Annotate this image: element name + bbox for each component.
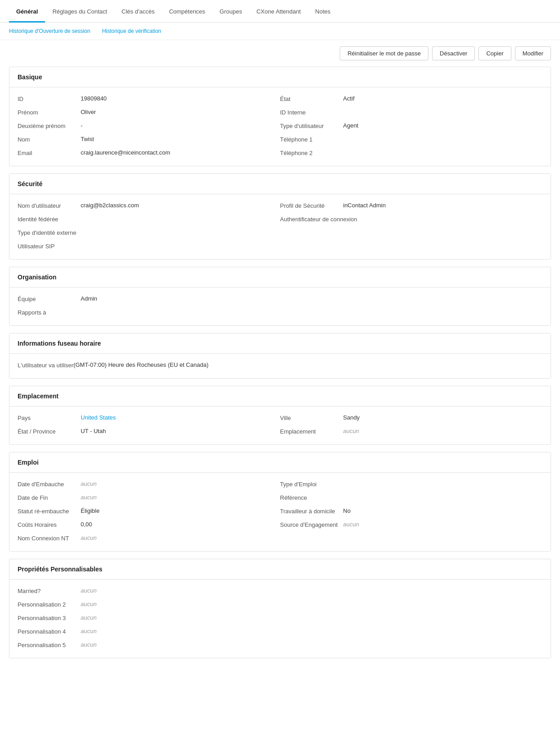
field-id-interne-label: ID Interne [280,109,343,116]
field-timezone: L'utilisateur va utiliser (GMT-07:00) He… [18,358,542,372]
field-rehire-status: Statut ré-embauche Éligible [18,504,280,518]
field-equipe-value: Admin [81,295,97,302]
field-deuxieme-prenom-label: Deuxième prénom [18,122,81,129]
field-emplacement: Emplacement aucun [280,424,543,438]
field-engagement-source-label: Source d'Engagement [280,521,343,528]
section-basic: Basique ID 19809840 Prénom Oliver Deux [9,67,551,166]
tab-cxone[interactable]: CXone Attendant [249,0,308,23]
field-hourly-costs: Coûts Horaires 0,00 [18,518,280,531]
verify-history-link[interactable]: Historique de vérification [102,23,168,40]
field-timezone-label: L'utilisateur va utiliser [18,361,73,369]
field-custom4-value: aucun [81,628,96,634]
edit-button[interactable]: Modifier [515,46,551,60]
field-emplacement-label: Emplacement [280,428,343,435]
field-nom-value: Twist [81,136,94,142]
field-security-profile-value: inContact Admin [343,202,386,209]
field-employment-type-label: Type d'Emploi [280,480,343,488]
field-custom2-value: aucun [81,601,96,607]
field-custom5-value: aucun [81,641,96,648]
section-employment-title: Emploi [9,452,551,473]
field-engagement-source-value: aucun [343,521,359,528]
field-rapports-label: Rapports à [18,309,81,316]
field-end-date: Date de Fin aucun [18,491,280,504]
field-hire-date: Date d'Embauche aucun [18,477,280,491]
section-organisation: Organisation Équipe Admin Rapports à [9,267,551,326]
section-timezone-body: L'utilisateur va utiliser (GMT-07:00) He… [9,354,551,378]
field-pays-label: Pays [18,414,81,421]
field-email-label: Email [18,149,81,156]
field-email: Email craig.laurence@niceincontact.com [18,146,280,160]
field-married: Married? aucun [18,584,542,598]
field-username: Nom d'utilisateur craig@b2classics.com [18,199,280,212]
field-equipe: Équipe Admin [18,292,542,306]
field-id-label: ID [18,95,81,102]
field-type-utilisateur: Type d'utilisateur Agent [280,119,543,132]
field-prenom-value: Oliver [81,109,96,115]
reset-password-button[interactable]: Réinitialiser le mot de passe [340,46,428,60]
field-username-value: craig@b2classics.com [81,202,139,209]
section-custom-body: Married? aucun Personnalisation 2 aucun … [9,580,551,658]
section-organisation-title: Organisation [9,267,551,288]
tab-groups[interactable]: Groupes [212,0,249,23]
field-telephone1-label: Téléphone 1 [280,136,343,143]
top-navigation: Général Réglages du Contact Clés d'accès… [0,0,560,23]
field-rehire-status-value: Éligible [81,507,100,514]
section-employment: Emploi Date d'Embauche aucun Date de Fin… [9,452,551,552]
field-deuxieme-prenom: Deuxième prénom - [18,119,280,132]
field-married-value: aucun [81,587,96,594]
field-rapports: Rapports à [18,306,542,319]
field-timezone-value: (GMT-07:00) Heure des Rocheuses (EU et C… [73,361,209,368]
tab-contact-settings[interactable]: Réglages du Contact [45,0,114,23]
section-timezone-title: Informations fuseau horaire [9,333,551,354]
field-pays: Pays United States [18,411,280,424]
field-federated-id: Identité fédérée [18,212,280,226]
field-nom: Nom Twist [18,132,280,146]
deactivate-button[interactable]: Désactiver [432,46,475,60]
field-custom3-value: aucun [81,614,96,621]
field-employment-type: Type d'Emploi [280,477,543,491]
field-id-interne: ID Interne [280,105,543,119]
field-engagement-source: Source d'Engagement aucun [280,518,543,531]
section-location-title: Emplacement [9,386,551,406]
copy-button[interactable]: Copier [478,46,511,60]
field-custom3: Personnalisation 3 aucun [18,611,542,625]
field-telephone2: Téléphone 2 [280,146,543,160]
section-custom: Propriétés Personnalisables Married? auc… [9,559,551,658]
field-username-label: Nom d'utilisateur [18,202,81,209]
field-security-profile: Profil de Sécurité inContact Admin [280,199,543,212]
field-custom2: Personnalisation 2 aucun [18,598,542,611]
field-city-label: Ville [280,414,343,421]
field-custom4-label: Personnalisation 4 [18,628,81,635]
section-custom-title: Propriétés Personnalisables [9,559,551,580]
section-basic-body: ID 19809840 Prénom Oliver Deuxième préno… [9,87,551,166]
field-city-value: Sandy [343,414,360,421]
field-end-date-value: aucun [81,494,96,501]
action-bar: Réinitialiser le mot de passe Désactiver… [0,40,560,67]
field-federated-id-label: Identité fédérée [18,215,81,223]
field-custom5: Personnalisation 5 aucun [18,638,542,652]
field-email-value: craig.laurence@niceincontact.com [81,149,170,156]
field-prenom: Prénom Oliver [18,105,280,119]
field-id: ID 19809840 [18,92,280,105]
field-sip-user-label: Utilisateur SIP [18,242,81,250]
section-security-body: Nom d'utilisateur craig@b2classics.com I… [9,194,551,259]
field-hire-date-value: aucun [81,480,96,487]
field-nt-login-label: Nom Connexion NT [18,534,81,542]
field-state-value: UT - Utah [81,428,106,434]
section-security: Sécurité Nom d'utilisateur craig@b2class… [9,173,551,260]
field-nt-login: Nom Connexion NT aucun [18,531,280,545]
field-hourly-costs-label: Coûts Horaires [18,521,81,528]
tab-general[interactable]: Général [9,0,45,23]
field-etat-value: Actif [343,95,355,102]
field-pays-value[interactable]: United States [81,414,116,421]
field-city: Ville Sandy [280,411,543,424]
section-employment-body: Date d'Embauche aucun Date de Fin aucun … [9,473,551,551]
field-hire-date-label: Date d'Embauche [18,480,81,488]
tab-skills[interactable]: Compétences [162,0,212,23]
session-history-link[interactable]: Historique d'Ouverture de session [9,23,97,40]
tab-notes[interactable]: Notes [308,0,338,23]
field-custom4: Personnalisation 4 aucun [18,625,542,638]
field-external-id-type: Type d'identité externe [18,226,280,239]
tab-access-keys[interactable]: Clés d'accès [114,0,162,23]
field-telephone2-label: Téléphone 2 [280,149,343,156]
